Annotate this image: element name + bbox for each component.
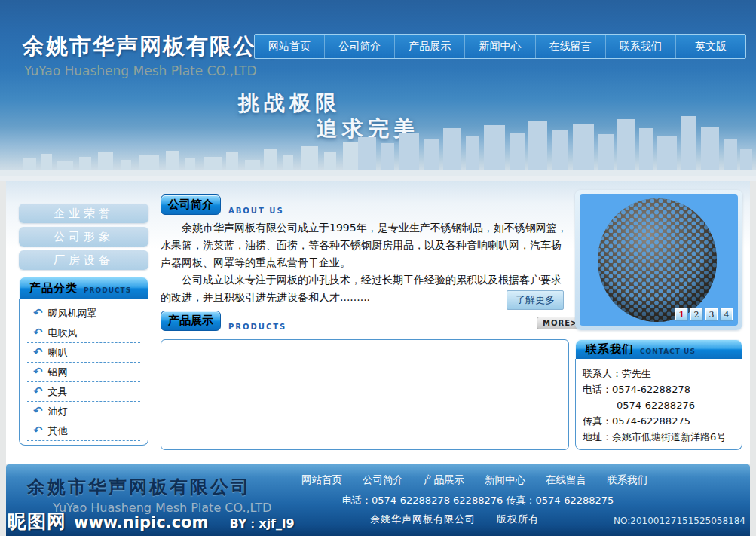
contact-person-row: 联系人： 劳先生: [583, 366, 736, 381]
contact-body: 联系人： 劳先生 电话： 0574-62288278 0574-62288276…: [575, 359, 742, 450]
products-subtitle: PRODUCTS: [228, 323, 286, 331]
category-label: 喇叭: [48, 346, 68, 360]
company-name-en: YuYao Huasheng Mesh Plate CO.,LTD: [23, 63, 280, 78]
contact-fax-row: 传真： 0574-62288275: [583, 413, 736, 429]
category-label: 其他: [48, 424, 68, 438]
contact-address-value: 余姚市低塘街道新洋路6号: [612, 429, 726, 445]
contact-header: 联系我们 CONTACT US: [575, 339, 742, 359]
about-paragraph-1: 余姚市华声网板有限公司成立于1995年，是专业生产不锈钢制品，如不锈钢网篮，水果…: [161, 219, 571, 271]
sidebar-button-image[interactable]: 公司形象: [19, 227, 148, 247]
company-name: 余姚市华声网板有限公司: [23, 32, 280, 62]
page: 余姚市华声网板有限公司 YuYao Huasheng Mesh Plate CO…: [0, 0, 756, 536]
products-section-header: 产品展示 PRODUCTS: [161, 311, 286, 331]
footer-company-name: 余姚市华声网板有限公司: [27, 475, 251, 499]
product-categories-header: 产品分类 PRODUCTS: [19, 277, 148, 299]
pagination-button-3[interactable]: 3: [705, 308, 718, 320]
contact-phone-label: 电话：: [583, 381, 612, 397]
category-label: 铝网: [48, 366, 68, 379]
watermark-site-name: 昵图网: [8, 509, 66, 534]
footer-phone-fax-line: 电话：0574-62288278 62288276 传真：0574-622882…: [342, 494, 614, 507]
footer-link-news[interactable]: 新闻中心: [485, 473, 525, 487]
category-item-speaker[interactable]: ↶ 喇叭: [27, 343, 140, 363]
sidebar-button-facilities[interactable]: 厂房设备: [19, 250, 148, 270]
category-item-stationery[interactable]: ↶ 文具: [27, 382, 140, 402]
gallery-panel: 1 2 3 4: [575, 190, 742, 330]
contact-fax-value: 0574-62288275: [612, 413, 690, 429]
category-item-heater-mesh[interactable]: ↶ 暖风机网罩: [27, 304, 140, 323]
watermark-credit: BY：xjf_l9: [229, 516, 294, 532]
contact-address-label: 地址：: [583, 429, 612, 445]
footer-serial-number: NO:20100127151525058184: [614, 516, 745, 526]
category-item-hairdryer[interactable]: ↶ 电吹风: [27, 323, 140, 343]
contact-subtitle: CONTACT US: [640, 348, 696, 355]
sidebar-button-honors[interactable]: 企业荣誉: [19, 204, 148, 223]
category-label: 电吹风: [48, 326, 78, 340]
category-item-aluminum-mesh[interactable]: ↶ 铝网: [27, 363, 140, 382]
city-skyline-image: [0, 112, 756, 181]
nav-item-home[interactable]: 网站首页: [255, 35, 325, 58]
footer: 余姚市华声网板有限公司 YuYao Huasheng Mesh Plate CO…: [6, 464, 750, 536]
product-categories-panel: 产品分类 PRODUCTS ↶ 暖风机网罩 ↶ 电吹风 ↶ 喇叭 ↶ 铝网 ↶ …: [19, 277, 148, 446]
header-banner: 余姚市华声网板有限公司 YuYao Huasheng Mesh Plate CO…: [0, 0, 756, 181]
contact-fax-label: 传真：: [583, 413, 612, 429]
gallery-image-area: 1 2 3 4: [580, 194, 738, 326]
curved-arrow-icon: ↶: [33, 386, 43, 397]
pagination-button-4[interactable]: 4: [721, 308, 733, 320]
nav-item-about[interactable]: 公司简介: [325, 35, 395, 58]
nav-item-guestbook[interactable]: 在线留言: [536, 35, 606, 58]
nav-item-news[interactable]: 新闻中心: [465, 35, 535, 58]
curved-arrow-icon: ↶: [33, 406, 43, 417]
about-section-header: 公司简介 ABOUT US: [161, 194, 284, 215]
curved-arrow-icon: ↶: [33, 327, 43, 338]
contact-phone2-value: 0574-62288276: [617, 397, 695, 413]
products-display-box: [161, 339, 569, 450]
curved-arrow-icon: ↶: [33, 308, 43, 319]
learn-more-button[interactable]: 了解更多: [507, 290, 564, 310]
category-label: 暖风机网罩: [48, 307, 97, 320]
contact-phone1-value: 0574-62288278: [612, 381, 690, 397]
nav-item-products[interactable]: 产品展示: [395, 35, 465, 58]
product-categories-title: 产品分类: [29, 281, 78, 296]
contact-phone2-row: 0574-62288276: [583, 397, 736, 413]
curved-arrow-icon: ↶: [33, 347, 43, 358]
footer-link-about[interactable]: 公司简介: [363, 473, 403, 487]
category-label: 油灯: [48, 405, 68, 418]
main-nav: 网站首页 公司简介 产品展示 新闻中心 在线留言 联系我们 英文版: [254, 34, 746, 59]
contact-address-row: 地址： 余姚市低塘街道新洋路6号: [583, 429, 736, 445]
company-logo: 余姚市华声网板有限公司 YuYao Huasheng Mesh Plate CO…: [23, 32, 280, 78]
watermark-site-url: www.nipic.com: [74, 513, 208, 531]
contact-title: 联系我们: [586, 342, 634, 357]
curved-arrow-icon: ↶: [33, 425, 43, 436]
footer-link-guestbook[interactable]: 在线留言: [546, 473, 586, 487]
category-label: 文具: [48, 385, 68, 399]
pagination-button-2[interactable]: 2: [690, 308, 702, 320]
footer-link-contact[interactable]: 联系我们: [607, 473, 647, 487]
pagination-button-1[interactable]: 1: [675, 308, 687, 320]
contact-person-value: 劳先生: [622, 366, 651, 381]
nav-item-english[interactable]: 英文版: [676, 35, 745, 58]
category-item-other[interactable]: ↶ 其他: [27, 421, 140, 441]
footer-nav: 网站首页 公司简介 产品展示 新闻中心 在线留言 联系我们: [301, 473, 647, 487]
gallery-pagination: 1 2 3 4: [675, 308, 733, 320]
products-title-button[interactable]: 产品展示: [161, 311, 221, 331]
contact-person-label: 联系人：: [583, 366, 622, 381]
speaker-mesh-dome-image: [580, 194, 738, 326]
contact-phone-row: 电话： 0574-62288278: [583, 381, 736, 397]
nav-item-contact[interactable]: 联系我们: [606, 35, 676, 58]
footer-link-products[interactable]: 产品展示: [424, 473, 464, 487]
product-categories-list: ↶ 暖风机网罩 ↶ 电吹风 ↶ 喇叭 ↶ 铝网 ↶ 文具 ↶ 油灯: [19, 299, 148, 446]
footer-copyright: 余姚华声网板有限公司 版权所有: [370, 513, 539, 526]
category-item-oil-lamp[interactable]: ↶ 油灯: [27, 402, 140, 421]
nipic-watermark: 昵图网 www.nipic.com BY：xjf_l9: [8, 509, 295, 534]
product-categories-subtitle: PRODUCTS: [84, 286, 131, 294]
footer-link-home[interactable]: 网站首页: [301, 473, 342, 487]
contact-panel: 联系我们 CONTACT US 联系人： 劳先生 电话： 0574-622882…: [575, 339, 742, 451]
about-title-button[interactable]: 公司简介: [161, 194, 221, 215]
about-subtitle: ABOUT US: [228, 207, 284, 215]
curved-arrow-icon: ↶: [33, 366, 43, 378]
